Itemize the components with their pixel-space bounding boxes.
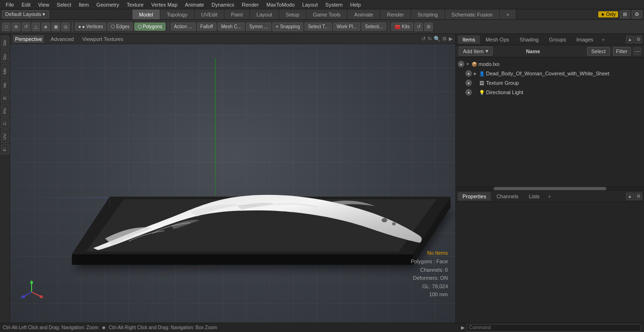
left-tab-du[interactable]: Du:	[1, 50, 9, 63]
menu-help[interactable]: Help	[347, 1, 365, 8]
items-scrollbar[interactable]	[456, 186, 644, 190]
menu-select[interactable]: Select	[53, 1, 75, 8]
menu-file[interactable]: File	[2, 1, 18, 8]
left-tab-po[interactable]: Po:	[1, 104, 9, 117]
vp-play-btn[interactable]: ▶	[449, 36, 453, 42]
menu-system[interactable]: System	[322, 1, 347, 8]
left-tab-ve[interactable]: Ve:	[1, 79, 9, 91]
tab-game-tools[interactable]: Game Tools	[306, 9, 348, 19]
panel-tab-add-prop[interactable]: +	[545, 192, 553, 201]
menu-animate[interactable]: Animate	[181, 1, 207, 8]
tab-animate[interactable]: Animate	[347, 9, 380, 19]
tb-icon-3[interactable]: ↺	[22, 23, 30, 31]
vp-gear-btn[interactable]: ⚙	[442, 36, 447, 42]
left-tab-me[interactable]: Me:	[1, 64, 9, 78]
add-item-btn[interactable]: Add Item ▾	[459, 47, 493, 56]
polygons-btn[interactable]: ⬡ Polygons	[134, 23, 165, 31]
expand-btn[interactable]: ⊞	[620, 10, 630, 18]
panel-tab-add[interactable]: +	[599, 35, 608, 44]
left-tab-c[interactable]: C:	[1, 118, 9, 129]
menu-vertex-map[interactable]: Vertex Map	[148, 1, 182, 8]
vp-reset-btn[interactable]: ↻	[428, 36, 432, 42]
panel-settings-btn[interactable]: ⚙	[635, 36, 642, 43]
menu-edit[interactable]: Edit	[18, 1, 34, 8]
left-tab-de[interactable]: De:	[1, 36, 9, 49]
vp-tab-textures[interactable]: Viewport Textures	[80, 35, 125, 43]
menu-maxtomode[interactable]: MaxToModo	[263, 1, 298, 8]
vp-tab-perspective[interactable]: Perspective	[13, 35, 44, 43]
tab-model[interactable]: Model	[132, 9, 160, 19]
select-tool-btn[interactable]: Select T...	[305, 23, 332, 31]
tb-icon-1[interactable]: □	[2, 23, 10, 31]
panel-tab-properties[interactable]: Properties	[458, 192, 491, 201]
command-input[interactable]	[467, 324, 641, 332]
left-tab-f[interactable]: F:	[1, 144, 9, 154]
vis-btn-1[interactable]: ●	[458, 61, 464, 67]
symm-btn[interactable]: Symm ...	[246, 23, 271, 31]
panel-tab-lists[interactable]: Lists	[524, 192, 545, 201]
items-toolbar: Add Item ▾ Name Select Filter —	[456, 45, 644, 57]
panel-tab-groups[interactable]: Groups	[544, 35, 570, 44]
tab-uvedit[interactable]: UVEdit	[195, 9, 224, 19]
left-tab-uv[interactable]: UV:	[1, 130, 9, 143]
tab-topology[interactable]: Topology	[160, 9, 195, 19]
menu-texture[interactable]: Texture	[123, 1, 148, 8]
tb-icon-7[interactable]: ◎	[61, 23, 70, 31]
tab-layout[interactable]: Layout	[250, 9, 279, 19]
vp-tab-advanced[interactable]: Advanced	[49, 35, 75, 43]
vis-btn-3[interactable]: ●	[465, 80, 472, 86]
menu-item[interactable]: Item	[75, 1, 92, 8]
tb-icon-2[interactable]: ⊕	[12, 23, 20, 31]
action-btn[interactable]: Action ...	[171, 23, 196, 31]
menu-layout[interactable]: Layout	[298, 1, 322, 8]
panel-collapse-btn[interactable]: ▲	[626, 36, 634, 43]
kits-btn[interactable]: 🧰 Kits	[391, 23, 413, 31]
items-select-btn[interactable]: Select	[587, 47, 610, 56]
tab-render[interactable]: Render	[380, 9, 411, 19]
vis-btn-4[interactable]: ●	[465, 89, 472, 96]
panel-tab-shading[interactable]: Shading	[515, 35, 543, 44]
tab-add-layout[interactable]: +	[500, 9, 516, 19]
list-item[interactable]: ● 💡 Directional Light	[463, 88, 644, 97]
left-tab-e[interactable]: E:	[1, 92, 9, 103]
list-item[interactable]: ● ▼ 📦 modo.lxo	[456, 59, 644, 69]
expand-icon-2[interactable]: ▶	[473, 71, 478, 76]
tb-icon-4[interactable]: △	[32, 23, 40, 31]
tab-schematic-fusion[interactable]: Schematic Fusion	[445, 9, 500, 19]
vp-rotate-btn[interactable]: ↺	[421, 36, 426, 42]
panel-tab-mesh-ops[interactable]: Mesh Ops	[481, 35, 514, 44]
tb-icon-5[interactable]: ◈	[41, 23, 50, 31]
menu-dynamics[interactable]: Dynamics	[208, 1, 238, 8]
work-plane-btn[interactable]: Work Pl...	[333, 23, 360, 31]
expand-icon-1[interactable]: ▼	[465, 62, 470, 66]
items-filter-btn[interactable]: Filter	[613, 47, 631, 56]
viewport-canvas[interactable]: No Items Polygons : Face Channels: 0 Def…	[10, 44, 455, 323]
tb-icon-6[interactable]: ▣	[51, 23, 60, 31]
edges-btn[interactable]: ⎔ Edges	[107, 23, 132, 31]
tab-scripting[interactable]: Scripting	[411, 9, 445, 19]
vis-btn-2[interactable]: ●	[465, 70, 472, 77]
tab-paint[interactable]: Paint	[224, 9, 250, 19]
panel-tab-channels[interactable]: Channels	[492, 192, 523, 201]
nav-btn-2[interactable]: ⊞	[424, 23, 433, 31]
tab-setup[interactable]: Setup	[279, 9, 306, 19]
panel-tab-items[interactable]: Items	[458, 35, 480, 44]
snap-btn[interactable]: ⌖ Snapping	[272, 23, 303, 31]
vertices-btn[interactable]: ● ● Vertices	[75, 23, 106, 31]
vp-zoom-btn[interactable]: 🔍	[434, 36, 440, 42]
list-item[interactable]: ● ▶ 👤 Dead_Body_Of_Woman_Covered_with_Wh…	[463, 69, 644, 78]
settings-btn[interactable]: ⚙	[632, 10, 642, 18]
selection-btn[interactable]: Selecti...	[362, 23, 386, 31]
menu-view[interactable]: View	[34, 1, 53, 8]
falloff-btn[interactable]: Falloff	[197, 23, 216, 31]
list-item[interactable]: ● 🖼 Texture Group	[463, 78, 644, 88]
nav-btn-1[interactable]: ↺	[414, 23, 423, 31]
menu-geometry[interactable]: Geometry	[92, 1, 123, 8]
menu-render[interactable]: Render	[238, 1, 263, 8]
panel-tab-images[interactable]: Images	[572, 35, 598, 44]
props-collapse-btn[interactable]: ▲	[626, 193, 634, 200]
mesh-btn[interactable]: Mesh C...	[218, 23, 245, 31]
layout-selector[interactable]: Default Layouts ▾	[2, 10, 49, 18]
props-settings-btn[interactable]: ⚙	[635, 193, 642, 200]
items-menu-btn[interactable]: —	[634, 48, 641, 55]
